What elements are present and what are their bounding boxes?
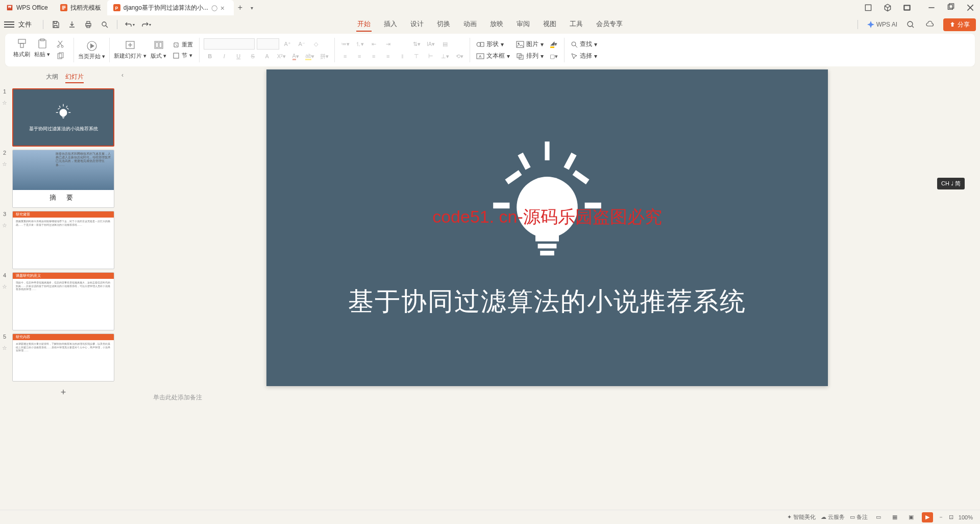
win-cube-icon[interactable] [878, 0, 897, 15]
win-skin-icon[interactable] [897, 0, 917, 15]
numbering-icon[interactable]: ⒈▾ [353, 38, 365, 50]
section-button[interactable]: 节 ▾ [170, 51, 195, 60]
notes-area[interactable]: 单击此处添加备注 [145, 386, 949, 409]
maximize-icon[interactable] [941, 0, 961, 15]
star-icon[interactable]: ☆ [2, 222, 7, 229]
close-icon[interactable]: × [220, 4, 228, 11]
win-restore-icon[interactable] [859, 0, 878, 15]
slide-thumb-2[interactable]: 随着信息技术和网络技术的飞速发展，人类已进入全新信息化时代，传统管理技术已无法高… [12, 150, 114, 208]
outline-tab[interactable]: 大纲 [46, 72, 58, 83]
undo-icon[interactable]: ▾ [124, 18, 136, 31]
slide-thumb-4[interactable]: 课题研究的意义 现如今，信息种类变得越来越多，信息的容量也变得越来越大，这标志着… [12, 272, 114, 330]
slideshow-view-icon[interactable]: ▶ [922, 512, 933, 522]
align-right-icon[interactable]: ≡ [368, 51, 380, 62]
notes-button[interactable]: ▭ 备注 [850, 513, 868, 521]
pinyin-icon[interactable]: 拼▾ [318, 51, 330, 62]
chevron-left-icon[interactable]: ‹ [121, 72, 124, 79]
cut-icon[interactable] [54, 38, 66, 50]
play-from-button[interactable]: 当页开始 ▾ [78, 40, 105, 60]
tab-wps-office[interactable]: WPS Office [0, 0, 54, 15]
text-direction-icon[interactable]: lA▾ [425, 38, 437, 50]
arrange-button[interactable]: 排列 ▾ [514, 51, 546, 61]
star-icon[interactable]: ☆ [2, 100, 7, 106]
reset-button[interactable]: 重置 [170, 40, 195, 50]
thumbnail-list[interactable]: 1☆ 基于协同过滤算法的小说推荐系统 2☆ 随着信息技术和网络技术的飞速发展，人… [0, 86, 130, 509]
tab-animation[interactable]: 动画 [462, 17, 478, 32]
add-tab-button[interactable]: + [234, 3, 247, 12]
new-slide-button[interactable]: 新建幻灯片 ▾ [114, 40, 146, 60]
underline-icon[interactable]: U [232, 51, 244, 62]
select-button[interactable]: 选择 ▾ [569, 51, 599, 61]
tab-design[interactable]: 设计 [409, 17, 425, 32]
tab-template[interactable]: 找稻壳模板 [54, 0, 107, 15]
zoom-level[interactable]: 100% [959, 514, 973, 520]
textbox-button[interactable]: A文本框 ▾ [474, 51, 512, 61]
shadow-icon[interactable]: A [261, 51, 273, 62]
align-bottom-icon[interactable]: ⊥▾ [439, 51, 451, 62]
fill-color-icon[interactable]: ◢▾ [548, 38, 560, 50]
align-justify-icon[interactable]: ≡ [382, 51, 394, 62]
zoom-out-icon[interactable]: － [938, 513, 944, 521]
increase-font-icon[interactable]: A⁺ [281, 38, 293, 50]
align-left-icon[interactable]: ≡ [339, 51, 351, 62]
beautify-button[interactable]: ✦ 智能美化 [787, 513, 816, 521]
decrease-font-icon[interactable]: A⁻ [296, 38, 308, 50]
align-center-icon[interactable]: ≡ [353, 51, 365, 62]
minimize-icon[interactable] [922, 0, 941, 15]
star-icon[interactable]: ☆ [2, 345, 7, 351]
slide-thumb-3[interactable]: 研究背景 困难重重的时候今后将如何能够继续地存下去，对于小说而言这无疑是一次巨大… [12, 211, 114, 269]
slide-thumb-5[interactable]: 研究内容 本课题通过查阅大量文献资料，了解到协同推荐算法的原理与实现步骤，以及在… [12, 334, 114, 382]
italic-icon[interactable]: I [218, 51, 230, 62]
align-top-icon[interactable]: ⊤ [410, 51, 423, 62]
close-window-icon[interactable] [961, 0, 980, 15]
highlight-icon[interactable]: ab▾ [304, 51, 316, 62]
superscript-icon[interactable]: X²▾ [275, 51, 287, 62]
print-preview-icon[interactable] [99, 18, 111, 31]
print-icon[interactable] [82, 18, 94, 31]
find-button[interactable]: 查找 ▾ [569, 39, 599, 50]
slides-tab[interactable]: 幻灯片 [65, 72, 84, 83]
align-middle-icon[interactable]: ⊢ [425, 51, 437, 62]
outline-icon[interactable]: ▢▾ [548, 51, 560, 62]
clear-format-icon[interactable]: ◇ [310, 38, 322, 50]
tab-menu-icon[interactable]: ◯ [211, 5, 217, 11]
bullets-icon[interactable]: ≔▾ [339, 38, 351, 50]
line-spacing-icon[interactable]: ⇅▾ [410, 38, 423, 50]
cloud-service-button[interactable]: ☁ 云服务 [821, 513, 845, 521]
distribute-icon[interactable]: ⫴ [396, 51, 408, 62]
save-icon[interactable] [50, 18, 62, 31]
slide-canvas[interactable]: code51. cn-源码乐园盗图必究 基于协同过滤算法的小说推荐系统 [266, 69, 828, 386]
font-name-input[interactable] [204, 38, 255, 50]
format-brush-button[interactable]: 格式刷 [13, 38, 30, 62]
tab-review[interactable]: 审阅 [516, 17, 531, 32]
hamburger-icon[interactable] [4, 21, 14, 28]
layout-button[interactable]: 版式 ▾ [151, 40, 166, 60]
wps-ai-button[interactable]: WPS AI [867, 21, 897, 28]
tab-document[interactable]: P django基于协同过滤算法的小... ◯ × [107, 0, 234, 15]
fit-icon[interactable]: ⊡ [949, 514, 953, 520]
slide-thumb-1[interactable]: 基于协同过滤算法的小说推荐系统 [12, 88, 114, 147]
bold-icon[interactable]: B [204, 51, 216, 62]
image-button[interactable]: 图片 ▾ [514, 39, 546, 50]
add-slide-button[interactable]: + [12, 385, 114, 400]
sorter-view-icon[interactable]: ▦ [889, 512, 900, 522]
paste-button[interactable]: 粘贴 ▾ [34, 38, 50, 62]
export-icon[interactable] [66, 18, 78, 31]
decrease-indent-icon[interactable]: ⇤ [368, 38, 380, 50]
tab-home[interactable]: 开始 [356, 17, 372, 32]
star-icon[interactable]: ☆ [2, 283, 7, 290]
search-icon[interactable] [904, 18, 917, 31]
normal-view-icon[interactable]: ▭ [873, 512, 884, 522]
convert-icon[interactable]: ⟲▾ [453, 51, 465, 62]
tab-transition[interactable]: 切换 [436, 17, 451, 32]
increase-indent-icon[interactable]: ⇥ [382, 38, 394, 50]
tab-slideshow[interactable]: 放映 [489, 17, 504, 32]
tab-view[interactable]: 视图 [542, 17, 557, 32]
copy-icon[interactable] [54, 51, 66, 62]
font-size-input[interactable] [257, 38, 279, 50]
file-menu-button[interactable]: 文件 [18, 20, 32, 29]
star-icon[interactable]: ☆ [2, 161, 7, 168]
tab-member[interactable]: 会员专享 [595, 17, 624, 32]
tab-tools[interactable]: 工具 [569, 17, 584, 32]
shape-button[interactable]: 形状 ▾ [474, 39, 512, 50]
